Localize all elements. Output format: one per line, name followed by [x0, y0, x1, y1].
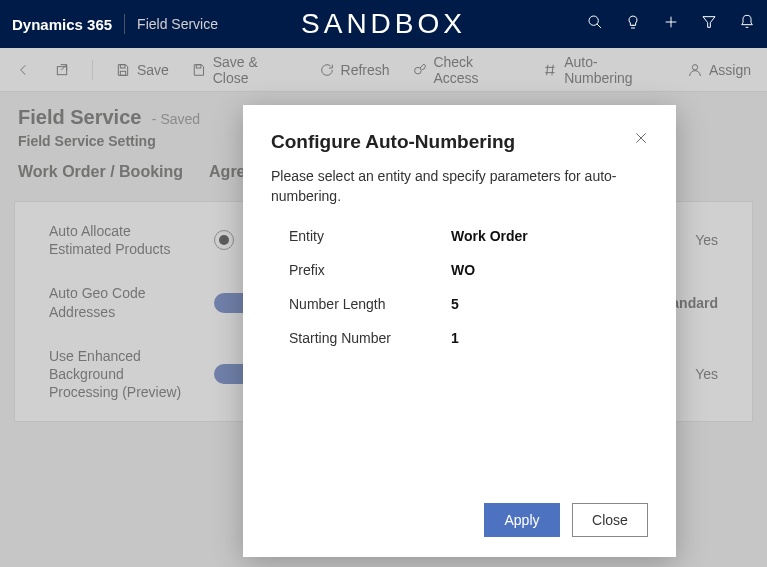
global-nav: Dynamics 365 Field Service SANDBOX: [0, 0, 767, 48]
lightbulb-icon[interactable]: [625, 14, 641, 34]
bell-icon[interactable]: [739, 14, 755, 34]
dlg-row-prefix: Prefix WO: [271, 262, 648, 278]
dlg-row-start: Starting Number 1: [271, 330, 648, 346]
dlg-key: Starting Number: [271, 330, 451, 346]
dialog-form: Entity Work Order Prefix WO Number Lengt…: [271, 228, 648, 364]
filter-icon[interactable]: [701, 14, 717, 34]
dlg-val[interactable]: WO: [451, 262, 475, 278]
auto-numbering-dialog: Configure Auto-Numbering Please select a…: [243, 105, 676, 557]
search-icon[interactable]: [587, 14, 603, 34]
svg-point-0: [589, 16, 598, 25]
dlg-val[interactable]: Work Order: [451, 228, 528, 244]
apply-button[interactable]: Apply: [484, 503, 560, 537]
dialog-title: Configure Auto-Numbering: [271, 131, 515, 153]
svg-marker-4: [703, 17, 715, 28]
dialog-description: Please select an entity and specify para…: [271, 167, 648, 206]
environment-label: SANDBOX: [301, 8, 466, 40]
dlg-key: Prefix: [271, 262, 451, 278]
brand[interactable]: Dynamics 365: [12, 16, 112, 33]
dialog-footer: Apply Close: [271, 503, 648, 537]
close-button[interactable]: Close: [572, 503, 648, 537]
dlg-val[interactable]: 1: [451, 330, 459, 346]
app-name[interactable]: Field Service: [137, 16, 218, 32]
brand-divider: [124, 14, 125, 34]
dlg-row-entity: Entity Work Order: [271, 228, 648, 244]
dlg-val[interactable]: 5: [451, 296, 459, 312]
dlg-row-length: Number Length 5: [271, 296, 648, 312]
dlg-key: Entity: [271, 228, 451, 244]
close-icon[interactable]: [634, 131, 648, 149]
svg-line-1: [597, 24, 601, 28]
add-icon[interactable]: [663, 14, 679, 34]
dlg-key: Number Length: [271, 296, 451, 312]
